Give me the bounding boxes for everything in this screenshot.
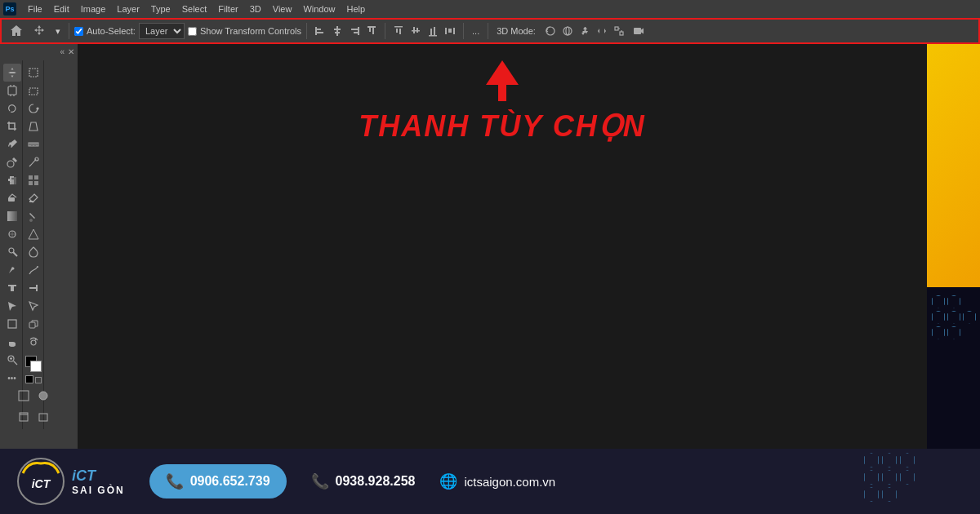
3d-scale-object[interactable]	[611, 23, 627, 39]
paint-bucket[interactable]	[24, 207, 42, 225]
auto-select-checkbox[interactable]: Auto-Select:	[74, 26, 136, 36]
menu-file[interactable]: File	[23, 2, 47, 16]
hex-7	[947, 326, 960, 339]
menu-select[interactable]: Select	[177, 2, 212, 16]
3d-material-tool[interactable]	[24, 315, 42, 333]
shape-tool[interactable]	[3, 315, 21, 333]
gradient-tool[interactable]	[3, 207, 21, 225]
divider-4	[463, 23, 464, 39]
right-bottom-panel	[927, 287, 980, 449]
3d-roll-object[interactable]	[559, 23, 576, 39]
phone1-button[interactable]: 📞 0906.652.739	[149, 464, 287, 498]
artboard-tool[interactable]	[3, 82, 21, 100]
svg-rect-64	[29, 322, 35, 328]
annotation-label: THANH TÙY CHỌN	[359, 109, 645, 144]
path-selection-tool[interactable]	[3, 297, 21, 315]
menu-type[interactable]: Type	[146, 2, 176, 16]
more-options-button[interactable]: ...	[469, 24, 483, 38]
eraser-tool[interactable]	[3, 189, 21, 207]
3d-controls-group	[542, 23, 627, 39]
move-tool-option[interactable]	[29, 23, 49, 39]
lasso-tool[interactable]	[3, 100, 21, 117]
more-tools[interactable]: •••	[3, 369, 21, 387]
clone-stamp-tool[interactable]	[3, 171, 21, 189]
svg-rect-7	[351, 29, 358, 30]
hex-1	[932, 295, 945, 308]
burn-tool[interactable]	[24, 243, 42, 261]
menu-image[interactable]: Image	[76, 2, 111, 16]
distribute-bottom-edges[interactable]	[425, 23, 441, 39]
switch-colors[interactable]	[35, 377, 42, 383]
crop-tool[interactable]	[3, 117, 21, 135]
ruler-tool[interactable]	[24, 135, 42, 153]
video-tool[interactable]	[630, 23, 647, 39]
quick-mask-mode[interactable]	[34, 387, 52, 405]
perspective-crop[interactable]	[24, 117, 42, 135]
spot-healing-tool[interactable]	[3, 153, 21, 171]
menu-view[interactable]: View	[268, 2, 297, 16]
transform-controls-checkbox[interactable]: Show Transform Controls	[188, 26, 301, 36]
transform-controls-input[interactable]	[188, 27, 197, 36]
move-dropdown[interactable]: ▾	[52, 24, 64, 38]
eyedropper-tool[interactable]	[3, 135, 21, 153]
rotate-view-tool[interactable]	[24, 333, 42, 351]
distribute-top-edges[interactable]	[390, 23, 407, 39]
zoom-tool[interactable]	[3, 351, 21, 369]
background-color[interactable]	[30, 361, 42, 372]
foreground-background-colors[interactable]	[25, 356, 42, 372]
hand-tool[interactable]	[3, 333, 21, 351]
menu-window[interactable]: Window	[298, 2, 340, 16]
auto-select-input[interactable]	[74, 27, 83, 36]
move-tool[interactable]	[3, 64, 21, 82]
svg-rect-16	[413, 27, 415, 33]
standard-mode[interactable]	[15, 387, 33, 405]
panel-collapse[interactable]: «	[60, 47, 65, 56]
svg-rect-11	[372, 28, 374, 34]
align-horizontal-centers[interactable]	[329, 23, 345, 39]
layer-select[interactable]: Layer	[139, 23, 185, 39]
magnetic-lasso[interactable]	[24, 100, 42, 117]
svg-rect-17	[416, 28, 418, 33]
full-screen-menu[interactable]	[34, 408, 52, 426]
pattern-stamp[interactable]	[24, 171, 42, 189]
svg-point-26	[566, 27, 569, 35]
panel-close-btn[interactable]: ✕	[68, 47, 74, 56]
standard-screen[interactable]	[15, 408, 33, 426]
sharpen-tool[interactable]	[24, 225, 42, 243]
3d-slide-object[interactable]	[594, 23, 610, 39]
direct-selection-tool[interactable]	[24, 297, 42, 315]
marquee-options[interactable]	[24, 82, 42, 100]
menu-layer[interactable]: Layer	[112, 2, 145, 16]
menu-help[interactable]: Help	[342, 2, 371, 16]
3d-pan-object[interactable]	[577, 23, 593, 39]
menu-filter[interactable]: Filter	[213, 2, 243, 16]
healing-brush[interactable]	[24, 153, 42, 171]
distribute-vertical-centers[interactable]	[408, 23, 424, 39]
distribute-vertical-sep[interactable]	[442, 23, 458, 39]
svg-rect-0	[315, 27, 317, 35]
pen-tool[interactable]	[3, 261, 21, 279]
menu-edit[interactable]: Edit	[49, 2, 74, 16]
distribute-group	[390, 23, 458, 39]
type-tool[interactable]	[3, 279, 21, 297]
3d-rotate-object[interactable]	[542, 23, 559, 39]
align-left-edges[interactable]	[312, 23, 328, 39]
menu-3d[interactable]: 3D	[245, 2, 266, 16]
align-top-edges[interactable]	[363, 23, 380, 39]
freeform-pen[interactable]	[24, 261, 42, 279]
hex-3	[932, 311, 945, 324]
hex-5	[963, 311, 976, 324]
magic-eraser[interactable]	[24, 189, 42, 207]
vertical-type-tool[interactable]	[24, 279, 42, 297]
dodge-tool[interactable]	[3, 243, 21, 261]
blur-tool[interactable]	[3, 225, 21, 243]
svg-rect-61	[34, 181, 38, 185]
svg-point-50	[37, 108, 38, 109]
rectangular-marquee-tool[interactable]	[24, 64, 42, 82]
default-foreground[interactable]	[25, 375, 33, 383]
align-right-edges[interactable]	[346, 23, 363, 39]
home-button[interactable]	[7, 23, 26, 39]
svg-marker-62	[29, 229, 38, 239]
bottom-hex-5	[882, 470, 897, 485]
svg-rect-10	[369, 28, 371, 32]
